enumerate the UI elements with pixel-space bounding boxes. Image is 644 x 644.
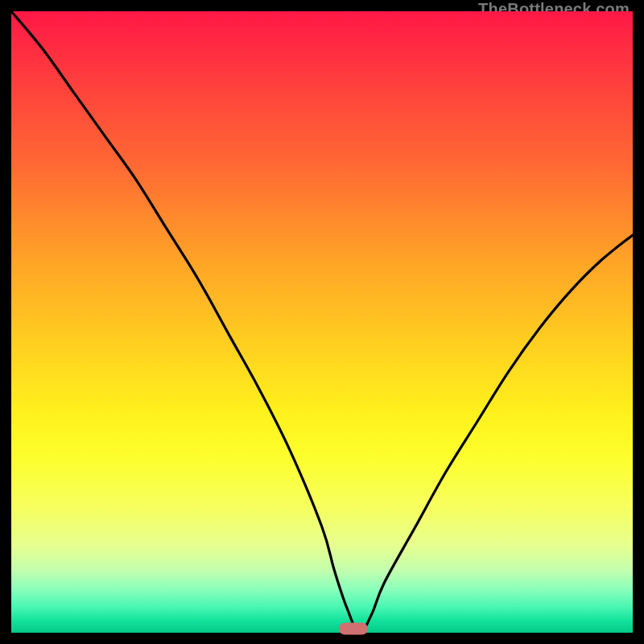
lowest-point-marker xyxy=(339,623,368,635)
chart-frame xyxy=(11,11,633,633)
bottleneck-curve xyxy=(11,11,633,633)
plot-area xyxy=(11,11,633,633)
